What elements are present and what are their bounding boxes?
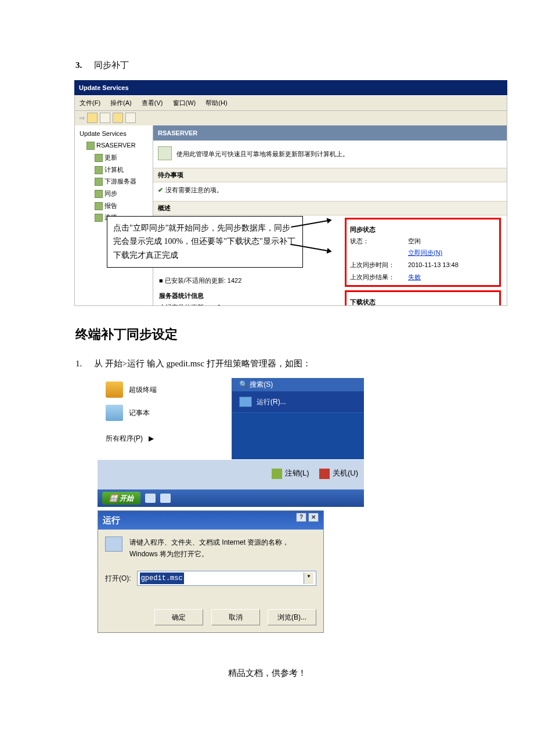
step3-title: 同步补丁 [94, 60, 129, 70]
installed-line: ■ 已安装/不适用的更新: 1422 [159, 275, 333, 286]
todo-header: 待办事项 [153, 168, 507, 182]
sync-icon [95, 190, 103, 198]
ok-icon: ✔ [158, 186, 163, 193]
tree-sync[interactable]: 同步 [76, 188, 151, 200]
sm-run[interactable]: 运行(R)... [232, 391, 364, 413]
hyperterm-icon [106, 381, 123, 398]
page-footer: 精品文档，供参考！ [0, 668, 534, 679]
menu-action[interactable]: 操作(A) [110, 99, 132, 106]
tool-btn-4[interactable] [125, 113, 136, 123]
startmenu-left: 超级终端 记事本 所有程序(P)▶ [98, 378, 232, 459]
wsus-titlebar: Update Services [74, 80, 507, 96]
taskbar: 🪟 开始 [98, 489, 364, 507]
run-icon [239, 397, 252, 407]
menu-file[interactable]: 文件(F) [80, 99, 100, 106]
wsus-tree: Update Services RSASERVER 更新 计算机 下游服务器 同… [75, 125, 153, 305]
options-icon [95, 214, 103, 222]
logoff-icon [272, 469, 282, 479]
server-icon [86, 142, 95, 150]
startmenu-right: 🔍 搜索(S) 运行(R)... [232, 378, 364, 459]
sm-allprograms[interactable]: 所有程序(P)▶ [98, 424, 232, 452]
run-msg: 请键入程序、文件夹、文档或 Internet 资源的名称，Windows 将为您… [129, 537, 316, 560]
tree-computers[interactable]: 计算机 [76, 164, 151, 176]
shutdown-button[interactable]: 关机(U) [319, 467, 358, 480]
browse-button[interactable]: 浏览(B)... [268, 609, 316, 625]
menu-help[interactable]: 帮助(H) [205, 99, 227, 106]
overview-header: 概述 [153, 201, 507, 215]
logoff-button[interactable]: 注销(L) [272, 467, 309, 480]
open-input[interactable]: gpedit.msc ▼ [137, 571, 316, 586]
help-button[interactable]: ? [296, 513, 306, 522]
shutdown-icon [319, 469, 330, 479]
intro-icon [158, 146, 172, 160]
step3-num: 3. [75, 58, 92, 73]
download-status-box: 下载状态 需要文件的更新：0 [345, 290, 501, 305]
wsus-toolbar: ⇨ [74, 111, 507, 125]
cancel-button[interactable]: 取消 [211, 609, 260, 625]
tree-server[interactable]: RSASERVER [76, 139, 151, 152]
run-dialog-icon [105, 537, 122, 552]
arrow-right-icon: ▶ [149, 433, 154, 444]
downstream-icon [95, 178, 103, 186]
menu-window[interactable]: 窗口(W) [173, 99, 196, 106]
main-intro: 使用此管理单元可快速且可靠地将最新更新部署到计算机上。 [153, 141, 507, 168]
tool-btn-2[interactable] [100, 113, 110, 123]
updates-icon [95, 154, 103, 162]
nav-arrow[interactable]: ⇨ [80, 113, 85, 124]
wsus-main: RSASERVER 使用此管理单元可快速且可靠地将最新更新部署到计算机上。 待办… [153, 125, 507, 305]
step1-num: 1. [75, 357, 92, 372]
ok-button[interactable]: 确定 [154, 609, 203, 625]
tree-updates[interactable]: 更新 [76, 152, 151, 164]
main-header: RSASERVER [153, 125, 507, 141]
todo-body: ✔没有需要注意的项。 [153, 182, 507, 201]
tool-btn-3[interactable] [113, 113, 123, 123]
sm-search[interactable]: 🔍 搜索(S) [232, 378, 364, 391]
report-icon [95, 202, 103, 210]
taskbar-app-icon[interactable] [160, 494, 171, 503]
tree-root[interactable]: Update Services [76, 128, 151, 140]
tool-btn-1[interactable] [87, 113, 98, 123]
start-button[interactable]: 🪟 开始 [102, 492, 140, 505]
dropdown-icon[interactable]: ▼ [304, 573, 313, 584]
run-dialog: 运行 ? ✕ 请键入程序、文件夹、文档或 Internet 资源的名称，Wind… [98, 510, 324, 633]
startmenu-screenshot: 超级终端 记事本 所有程序(P)▶ 🔍 搜索(S) 运行(R)... 注销(L)… [98, 378, 364, 507]
computers-icon [95, 166, 103, 174]
section-heading: 终端补丁同步设定 [75, 323, 459, 345]
close-button[interactable]: ✕ [308, 513, 319, 522]
callout-box: 点击"立即同步"就开始同步，先同步数据库，同步完会显示完成 100%，但还要等"… [107, 216, 303, 268]
stats-h: 服务器统计信息 [159, 290, 333, 301]
startmenu-bottom: 注销(L) 关机(U) [98, 459, 364, 489]
wsus-screenshot: Update Services 文件(F) 操作(A) 查看(V) 窗口(W) … [74, 80, 507, 306]
open-label: 打开(O): [105, 573, 131, 584]
taskbar-ie-icon[interactable] [145, 494, 156, 503]
step1-text: 从 开始>运行 输入 gpedit.msc 打开组策略管理器，如图： [94, 359, 311, 368]
menu-view[interactable]: 查看(V) [142, 99, 163, 106]
sm-hyperterm[interactable]: 超级终端 [98, 378, 232, 401]
wsus-menubar: 文件(F) 操作(A) 查看(V) 窗口(W) 帮助(H) [74, 95, 507, 111]
notepad-icon [106, 405, 123, 421]
open-value: gpedit.msc [140, 573, 184, 584]
run-title: 运行 [103, 513, 120, 528]
sync-status-box: 同步状态 状态：空闲 立即同步(N) 上次同步时间：2010-11-13 13:… [345, 218, 501, 287]
sm-notepad[interactable]: 记事本 [98, 401, 232, 424]
tree-downstream[interactable]: 下游服务器 [76, 175, 151, 188]
sync-now-link[interactable]: 立即同步(N) [408, 247, 496, 258]
tree-report[interactable]: 报告 [76, 200, 151, 212]
